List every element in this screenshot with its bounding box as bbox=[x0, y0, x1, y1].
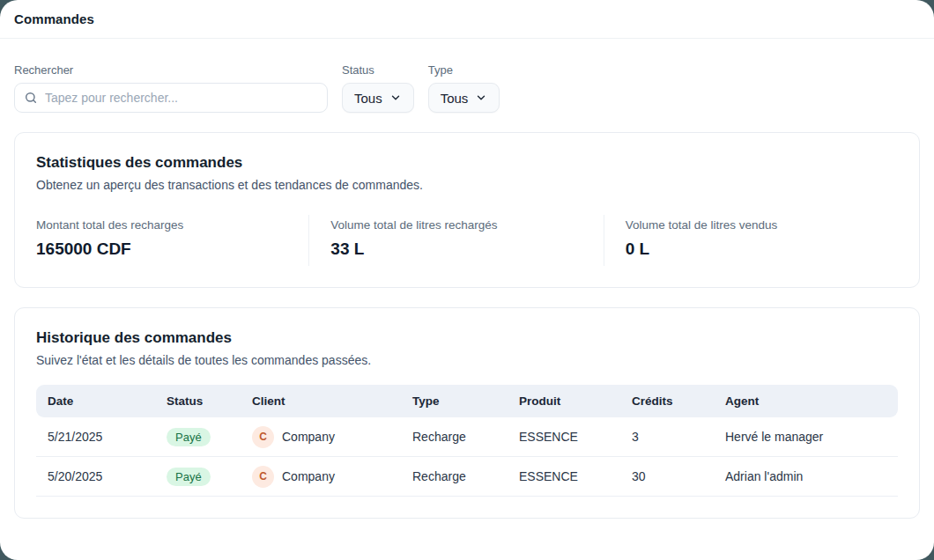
stats-card-title: Statistiques des commandes bbox=[36, 154, 898, 172]
order-date: 5/20/2025 bbox=[36, 469, 155, 483]
column-header-agent: Agent bbox=[714, 394, 898, 408]
table-body: 5/21/2025 Payé C Company Recharge ESSENC… bbox=[36, 417, 898, 497]
search-input[interactable] bbox=[45, 91, 318, 105]
type-filter-label: Type bbox=[428, 63, 500, 77]
order-agent: Hervé le manager bbox=[714, 430, 898, 444]
main-panel: Commandes Rechercher Status Tous bbox=[0, 0, 934, 560]
order-agent: Adrian l'admin bbox=[714, 469, 898, 483]
table-row[interactable]: 5/21/2025 Payé C Company Recharge ESSENC… bbox=[36, 417, 898, 457]
stat-value: 33 L bbox=[330, 239, 603, 259]
order-date: 5/21/2025 bbox=[36, 430, 155, 444]
column-header-credits: Crédits bbox=[620, 394, 714, 408]
search-icon bbox=[24, 91, 38, 105]
order-credits: 30 bbox=[620, 469, 714, 483]
stat-label: Montant total des recharges bbox=[36, 218, 308, 232]
status-badge: Payé bbox=[167, 428, 211, 446]
search-label: Rechercher bbox=[14, 63, 328, 77]
type-filter-value: Tous bbox=[441, 91, 469, 106]
column-header-client: Client bbox=[241, 394, 401, 408]
stats-card-subtitle: Obtenez un aperçu des transactions et de… bbox=[36, 178, 898, 192]
table-header-row: Date Status Client Type Produit Crédits … bbox=[36, 385, 898, 417]
stat-label: Volume total de litres vendus bbox=[626, 218, 898, 232]
history-card-title: Historique des commandes bbox=[36, 329, 898, 347]
page-header: Commandes bbox=[0, 0, 934, 39]
order-credits: 3 bbox=[620, 430, 714, 444]
table-row[interactable]: 5/20/2025 Payé C Company Recharge ESSENC… bbox=[36, 457, 898, 497]
orders-table: Date Status Client Type Produit Crédits … bbox=[36, 385, 898, 497]
column-header-produit: Produit bbox=[508, 394, 620, 408]
stat-label: Volume total de litres rechargés bbox=[330, 218, 603, 232]
stat-value: 165000 CDF bbox=[36, 239, 308, 259]
status-filter-dropdown[interactable]: Tous bbox=[342, 83, 414, 113]
stat-litres-recharges: Volume total de litres rechargés 33 L bbox=[308, 215, 603, 266]
stat-value: 0 L bbox=[626, 239, 898, 259]
column-header-date: Date bbox=[36, 394, 155, 408]
order-type: Recharge bbox=[401, 430, 508, 444]
filters-bar: Rechercher Status Tous bbox=[0, 39, 934, 113]
client-avatar: C bbox=[252, 426, 274, 448]
status-filter-value: Tous bbox=[354, 91, 382, 106]
client-cell: C Company bbox=[241, 426, 401, 448]
status-filter-label: Status bbox=[342, 63, 414, 77]
order-produit: ESSENCE bbox=[508, 430, 620, 444]
history-card-subtitle: Suivez l'état et les détails de toutes l… bbox=[36, 353, 898, 367]
chevron-down-icon bbox=[389, 92, 402, 104]
history-card: Historique des commandes Suivez l'état e… bbox=[14, 307, 920, 519]
stat-total-recharges: Montant total des recharges 165000 CDF bbox=[36, 215, 308, 266]
stat-litres-vendus: Volume total de litres vendus 0 L bbox=[604, 215, 898, 266]
column-header-status: Status bbox=[155, 394, 241, 408]
client-cell: C Company bbox=[241, 466, 401, 488]
type-filter-dropdown[interactable]: Tous bbox=[428, 83, 500, 113]
column-header-type: Type bbox=[401, 394, 508, 408]
order-type: Recharge bbox=[401, 469, 508, 483]
chevron-down-icon bbox=[475, 92, 487, 104]
search-box[interactable] bbox=[14, 83, 328, 113]
client-name: Company bbox=[282, 469, 335, 483]
client-name: Company bbox=[282, 430, 335, 444]
stats-row: Montant total des recharges 165000 CDF V… bbox=[36, 215, 898, 266]
page-title: Commandes bbox=[14, 11, 94, 26]
client-avatar: C bbox=[252, 466, 274, 488]
order-produit: ESSENCE bbox=[508, 469, 620, 483]
stats-card: Statistiques des commandes Obtenez un ap… bbox=[14, 132, 920, 288]
status-badge: Payé bbox=[167, 468, 211, 486]
